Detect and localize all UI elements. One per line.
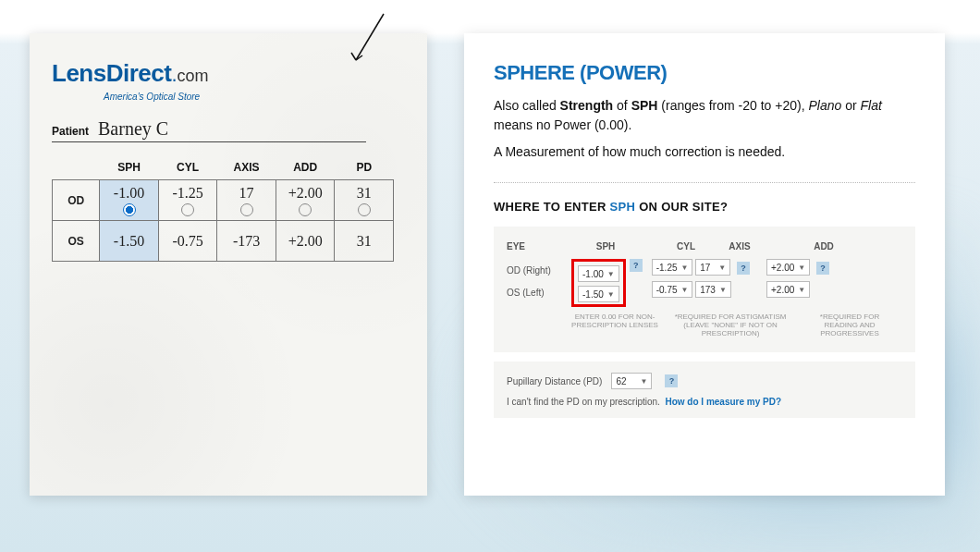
footnote-cyl: *REQUIRED FOR ASTIGMATISM (LEAVE "NONE" … — [664, 313, 797, 337]
col-sph: SPH — [100, 155, 159, 180]
eye-label-od: OD (Right) — [507, 259, 571, 281]
rx-os-axis[interactable]: -173 — [217, 221, 276, 262]
rx-os-cyl[interactable]: -0.75 — [158, 221, 217, 262]
help-icon[interactable]: ? — [737, 262, 750, 275]
eye-label-os: OS (Left) — [507, 281, 571, 303]
footnote-add: *REQUIRED FOR READING AND PROGRESSIVES — [808, 313, 891, 337]
radio-selected-icon — [123, 203, 136, 216]
sph-od-dropdown[interactable]: -1.00▼ — [578, 265, 619, 282]
table-row: OD -1.00 -1.25 17 +2.00 31 — [53, 180, 394, 221]
rx-od-axis[interactable]: 17 — [217, 180, 276, 221]
rx-od-cyl[interactable]: -1.25 — [158, 180, 217, 221]
footnote-sph: ENTER 0.00 FOR NON-PRESCRIPTION LENSES — [571, 313, 658, 337]
rx-od-add[interactable]: +2.00 — [276, 180, 335, 221]
rx-os-sph[interactable]: -1.50 — [100, 221, 159, 262]
patient-label: Patient — [52, 125, 89, 138]
col-pd: PD — [335, 155, 394, 180]
logo-text: LensDirect — [52, 59, 171, 88]
pd-cant-find: I can't find the PD on my prescription. — [507, 397, 660, 407]
add-od-dropdown[interactable]: +2.00▼ — [766, 259, 810, 276]
rx-os-pd[interactable]: 31 — [335, 221, 394, 262]
info-card: SPHERE (POWER) Also called Strength of S… — [464, 33, 945, 496]
sph-highlight-box: -1.00▼ -1.50▼ — [571, 259, 626, 307]
col-cyl: CYL — [158, 155, 217, 180]
rx-table: SPH CYL AXIS ADD PD OD -1.00 -1.25 17 +2… — [52, 155, 394, 262]
cyl-od-dropdown[interactable]: -1.25▼ — [652, 259, 693, 276]
chevron-down-icon: ▼ — [607, 290, 615, 299]
where-heading: WHERE TO ENTER SPH ON OUR SITE? — [494, 200, 915, 214]
pd-measure-link[interactable]: How do I measure my PD? — [665, 397, 781, 407]
pd-section: Pupillary Distance (PD) 62▼ ? I can't fi… — [494, 362, 915, 418]
patient-name: Barney C — [98, 118, 366, 140]
sph-os-dropdown[interactable]: -1.50▼ — [578, 286, 619, 302]
chevron-down-icon: ▼ — [607, 270, 615, 278]
table-row: OS -1.50 -0.75 -173 +2.00 31 — [53, 221, 394, 262]
logo-tagline: America's Optical Store — [104, 92, 405, 102]
rx-od-pd[interactable]: 31 — [335, 180, 394, 221]
prescription-paper: LensDirect.com America's Optical Store P… — [30, 33, 427, 496]
rx-od-sph[interactable]: -1.00 — [100, 180, 159, 221]
rx-os-add[interactable]: +2.00 — [276, 221, 335, 262]
card-title: SPHERE (POWER) — [494, 61, 915, 85]
add-os-dropdown[interactable]: +2.00▼ — [766, 281, 810, 298]
help-icon[interactable]: ? — [816, 262, 829, 275]
entry-form-preview: EYE SPH CYL AXIS ADD OD (Right) OS (Left… — [494, 227, 915, 352]
col-add: ADD — [276, 155, 335, 180]
card-desc-1: Also called Strength of SPH (ranges from… — [494, 96, 915, 135]
col-axis: AXIS — [217, 155, 276, 180]
cyl-os-dropdown[interactable]: -0.75▼ — [652, 281, 693, 298]
axis-od-dropdown[interactable]: 17▼ — [695, 259, 730, 276]
pointer-arrow — [342, 9, 398, 74]
pd-label: Pupillary Distance (PD) — [507, 376, 602, 386]
help-icon[interactable]: ? — [630, 259, 643, 272]
pd-dropdown[interactable]: 62▼ — [611, 373, 652, 389]
help-icon[interactable]: ? — [665, 374, 678, 387]
card-desc-2: A Measurement of how much correction is … — [494, 142, 915, 162]
axis-os-dropdown[interactable]: 173▼ — [695, 281, 731, 298]
